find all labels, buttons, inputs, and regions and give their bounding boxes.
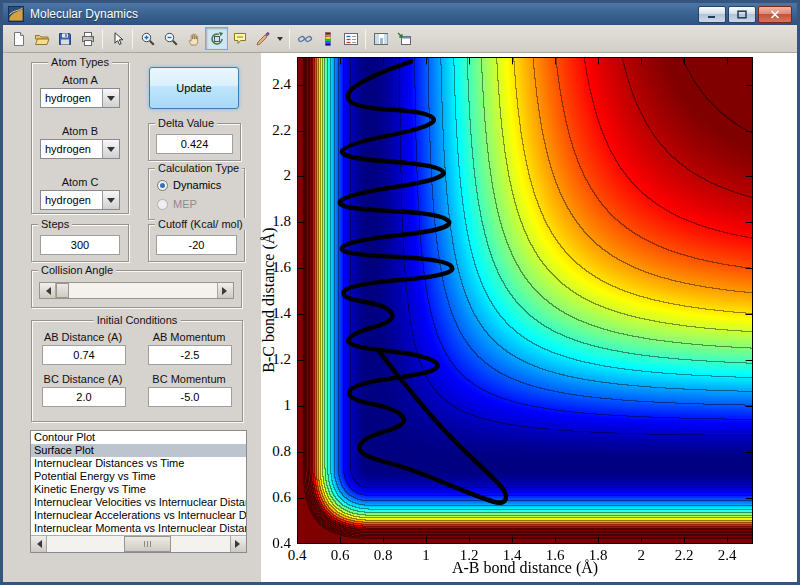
- steps-field[interactable]: [40, 235, 120, 255]
- atom-c-value: hydrogen: [41, 191, 102, 209]
- triangle-right-icon: [222, 287, 231, 295]
- dropdown-button[interactable]: [102, 89, 119, 107]
- dropdown-button[interactable]: [102, 140, 119, 158]
- window: Molecular Dynamics Atom: [0, 0, 800, 585]
- scrollbar-thumb[interactable]: [124, 536, 172, 552]
- mep-radio[interactable]: MEP: [157, 198, 197, 210]
- rotate-3d-icon[interactable]: [205, 27, 228, 50]
- link-plot-icon[interactable]: [293, 27, 316, 50]
- delta-value-panel: Delta Value: [148, 123, 241, 161]
- slider-right-arrow[interactable]: [217, 283, 233, 298]
- toolbar-separator: [102, 29, 103, 49]
- scrollbar-left-arrow[interactable]: [31, 536, 47, 552]
- scrollbar-track[interactable]: [47, 536, 230, 552]
- ab-distance-label: AB Distance (A): [38, 331, 128, 343]
- list-item[interactable]: Surface Plot: [31, 444, 246, 457]
- insert-legend-icon[interactable]: [339, 27, 362, 50]
- atom-a-dropdown[interactable]: hydrogen: [40, 88, 120, 108]
- controls-panel: Atom Types Atom A hydrogen Atom B hydrog…: [3, 53, 261, 582]
- panel-title: Collision Angle: [38, 264, 116, 276]
- ab-distance-field[interactable]: [42, 345, 126, 365]
- pan-icon[interactable]: [182, 27, 205, 50]
- x-tick-label: 2.4: [707, 547, 747, 564]
- atom-a-value: hydrogen: [41, 89, 102, 107]
- calculation-type-panel: Calculation Type Dynamics MEP: [148, 168, 245, 220]
- minimize-button[interactable]: [698, 6, 726, 23]
- hide-plot-tools-icon[interactable]: [369, 27, 392, 50]
- ab-momentum-label: AB Momentum: [144, 331, 234, 343]
- y-tick-label: 0.4: [251, 535, 291, 552]
- listbox-horizontal-scrollbar[interactable]: [31, 535, 246, 552]
- open-file-icon[interactable]: [30, 27, 53, 50]
- dock-figure-icon[interactable]: [392, 27, 415, 50]
- slider-track[interactable]: [56, 283, 217, 298]
- plot-type-listbox[interactable]: Contour PlotSurface PlotInternuclear Dis…: [30, 430, 247, 553]
- ab-momentum-field[interactable]: [148, 345, 232, 365]
- x-tick-label: 0.6: [320, 547, 360, 564]
- triangle-left-icon: [42, 287, 51, 295]
- panel-title: Steps: [38, 218, 72, 230]
- print-figure-icon[interactable]: [76, 27, 99, 50]
- list-item[interactable]: Internuclear Momenta vs Internuclear Dis…: [31, 522, 246, 535]
- maximize-button[interactable]: [728, 6, 756, 23]
- slider-thumb[interactable]: [56, 283, 69, 298]
- steps-panel: Steps: [31, 224, 129, 262]
- radio-unselected-icon: [157, 199, 168, 210]
- new-figure-icon[interactable]: [7, 27, 30, 50]
- y-tick-label: 1: [251, 397, 291, 414]
- x-tick-label: 0.8: [363, 547, 403, 564]
- y-axis-title: B-C bond distance (Å): [260, 227, 278, 372]
- bc-momentum-label: BC Momentum: [144, 373, 234, 385]
- triangle-right-icon: [235, 540, 244, 548]
- list-item[interactable]: Kinetic Energy vs Time: [31, 483, 246, 496]
- list-item[interactable]: Internuclear Velocities vs Internuclear …: [31, 496, 246, 509]
- y-tick-label: 2: [251, 167, 291, 184]
- list-item[interactable]: Internuclear Accelerations vs Internucle…: [31, 509, 246, 522]
- zoom-in-icon[interactable]: [136, 27, 159, 50]
- panel-title: Delta Value: [155, 117, 217, 129]
- radio-selected-icon: [157, 180, 168, 191]
- slider-left-arrow[interactable]: [40, 283, 56, 298]
- chevron-down-icon: [107, 147, 115, 156]
- toolbar-separator: [132, 29, 133, 49]
- close-button[interactable]: [758, 6, 792, 23]
- y-tick-label: 0.6: [251, 489, 291, 506]
- brush-icon[interactable]: [251, 27, 274, 50]
- panel-title: Initial Conditions: [94, 314, 181, 326]
- bc-distance-label: BC Distance (A): [38, 373, 128, 385]
- delta-value-field[interactable]: [156, 134, 233, 154]
- chevron-down-icon: [107, 198, 115, 207]
- contour-plot-canvas[interactable]: [297, 57, 753, 544]
- bc-momentum-field[interactable]: [148, 387, 232, 407]
- update-button[interactable]: Update: [149, 67, 239, 109]
- panel-title: Calculation Type: [155, 162, 242, 174]
- toolbar-separator: [289, 29, 290, 49]
- list-item[interactable]: Potential Energy vs Time: [31, 470, 246, 483]
- x-axis-title: A-B bond distance (Å): [452, 559, 598, 577]
- edit-plot-icon[interactable]: [106, 27, 129, 50]
- save-figure-icon[interactable]: [53, 27, 76, 50]
- insert-colorbar-icon[interactable]: [316, 27, 339, 50]
- list-item[interactable]: Internuclear Distances vs Time: [31, 457, 246, 470]
- scrollbar-right-arrow[interactable]: [230, 536, 246, 552]
- app-icon: [8, 6, 24, 22]
- data-cursor-icon[interactable]: [228, 27, 251, 50]
- collision-angle-slider[interactable]: [39, 282, 234, 299]
- dynamics-radio[interactable]: Dynamics: [157, 179, 221, 191]
- brush-options-dropdown-icon[interactable]: [274, 27, 286, 50]
- figure-toolbar: [3, 25, 797, 53]
- atom-b-dropdown[interactable]: hydrogen: [40, 139, 120, 159]
- atom-c-dropdown[interactable]: hydrogen: [40, 190, 120, 210]
- atom-types-panel: Atom Types Atom A hydrogen Atom B hydrog…: [31, 62, 129, 214]
- figure-content: Atom Types Atom A hydrogen Atom B hydrog…: [3, 53, 797, 582]
- list-item[interactable]: Contour Plot: [31, 431, 246, 444]
- toolbar-separator: [365, 29, 366, 49]
- atom-b-label: Atom B: [32, 125, 128, 137]
- cutoff-field[interactable]: [156, 235, 237, 255]
- zoom-out-icon[interactable]: [159, 27, 182, 50]
- bc-distance-field[interactable]: [42, 387, 126, 407]
- titlebar: Molecular Dynamics: [3, 3, 797, 25]
- dropdown-button[interactable]: [102, 191, 119, 209]
- radio-label: Dynamics: [173, 179, 221, 191]
- atom-a-label: Atom A: [32, 74, 128, 86]
